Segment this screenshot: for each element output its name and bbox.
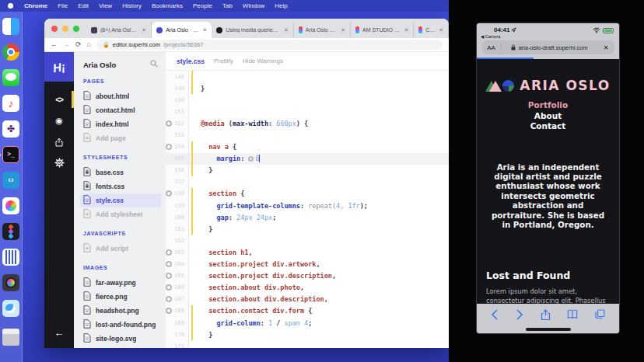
site-brand[interactable]: ARIA OSLO bbox=[520, 78, 611, 93]
close-window-button[interactable] bbox=[51, 26, 58, 32]
warning-icon[interactable] bbox=[166, 296, 172, 302]
code-line[interactable]: 155 margin: 0 bbox=[166, 153, 449, 165]
dock-icon-figma[interactable] bbox=[2, 223, 19, 240]
share-icon[interactable] bbox=[541, 309, 551, 321]
reader-aa-button[interactable]: AA bbox=[481, 44, 502, 51]
code-line[interactable]: 157 bbox=[166, 176, 449, 188]
code-line[interactable]: 162 bbox=[166, 235, 449, 246]
code-line[interactable]: 171 bbox=[166, 340, 449, 348]
file-item-fierce-png[interactable]: fierce.png bbox=[80, 290, 161, 304]
back-to-app-label[interactable]: ◀ Camera bbox=[481, 34, 500, 39]
menu-tab[interactable]: Tab bbox=[222, 2, 233, 9]
forward-icon[interactable] bbox=[516, 309, 523, 320]
file-item-about-html[interactable]: about.html bbox=[80, 89, 161, 103]
dock-icon-reel[interactable] bbox=[2, 274, 19, 291]
code-line[interactable]: 167 section.about div.description, bbox=[166, 294, 449, 305]
safari-address-bar[interactable]: AA aria-oslo-draft.superhi.com ✕ bbox=[481, 40, 614, 54]
code-view-icon[interactable]: <> bbox=[44, 89, 74, 110]
code-line[interactable]: 160 gap: 24px 24px; bbox=[166, 211, 449, 223]
file-item-contact-html[interactable]: contact.html bbox=[80, 103, 161, 117]
tabs-icon[interactable] bbox=[595, 309, 605, 319]
menu-view[interactable]: View bbox=[99, 2, 112, 9]
dock-icon-terminal[interactable] bbox=[2, 146, 19, 163]
menu-edit[interactable]: Edit bbox=[78, 2, 89, 9]
warning-icon[interactable] bbox=[166, 120, 172, 127]
back-icon[interactable]: ← bbox=[51, 41, 58, 48]
tab-close-icon[interactable]: ✕ bbox=[341, 27, 345, 33]
menu-help[interactable]: Help bbox=[275, 2, 287, 9]
warning-icon[interactable] bbox=[166, 261, 172, 267]
back-icon[interactable] bbox=[491, 309, 499, 320]
share-upload-icon[interactable] bbox=[44, 131, 74, 152]
warning-icon[interactable] bbox=[166, 273, 172, 279]
warning-icon[interactable] bbox=[166, 308, 172, 314]
code-line[interactable]: 148 bbox=[166, 71, 449, 82]
hide-warnings-button[interactable]: Hide Warnings bbox=[243, 57, 283, 64]
superhi-logo[interactable]: H¡ bbox=[44, 52, 74, 82]
file-item-site-logo-svg[interactable]: site-logo.svg bbox=[80, 332, 161, 346]
dock-icon-finder[interactable] bbox=[2, 18, 19, 35]
preview-eye-icon[interactable]: ◉ bbox=[44, 110, 74, 131]
home-indicator[interactable] bbox=[526, 328, 571, 331]
forward-icon[interactable]: → bbox=[63, 41, 70, 48]
file-item-add-page[interactable]: Add page bbox=[80, 131, 161, 145]
file-item-far-away-png[interactable]: far-away.png bbox=[80, 276, 161, 290]
tab-close-icon[interactable]: ✕ bbox=[284, 27, 289, 33]
dock-icon-music[interactable] bbox=[2, 95, 19, 112]
code-line[interactable]: 150 bbox=[166, 94, 449, 106]
code-line[interactable]: 165 section.project div.description, bbox=[166, 270, 449, 282]
code-line[interactable]: 151 bbox=[166, 106, 449, 117]
warning-icon[interactable] bbox=[166, 190, 172, 197]
code-line[interactable]: 152 @media (max-width: 660px) { bbox=[166, 117, 449, 129]
tab-close-icon[interactable]: ✕ bbox=[404, 27, 408, 33]
dock-icon-bird[interactable] bbox=[2, 300, 19, 317]
code-line[interactable]: 154 nav a { bbox=[166, 141, 449, 153]
reload-icon[interactable]: ⟳ bbox=[75, 41, 82, 48]
home-icon[interactable]: ⌂ bbox=[87, 41, 91, 48]
site-nav-link-about[interactable]: About bbox=[477, 111, 619, 122]
open-file-tab[interactable]: style.css bbox=[177, 57, 205, 65]
tab-close-icon[interactable]: ✕ bbox=[439, 27, 443, 33]
dock-icon-slack[interactable] bbox=[2, 120, 19, 137]
menu-file[interactable]: File bbox=[58, 2, 68, 9]
close-page-button[interactable]: ✕ bbox=[597, 44, 614, 51]
file-item-base-css[interactable]: base.css bbox=[80, 165, 161, 179]
tab-close-icon[interactable]: ✕ bbox=[202, 27, 207, 33]
bookmarks-icon[interactable] bbox=[567, 309, 578, 319]
zoom-window-button[interactable] bbox=[73, 26, 79, 32]
file-item-add-stylesheet[interactable]: Add stylesheet bbox=[80, 207, 161, 221]
dock-icon-photos[interactable] bbox=[2, 197, 19, 214]
code-line[interactable]: 159 grid-template-columns: repeat(4, 1fr… bbox=[166, 200, 449, 211]
file-item-fonts-css[interactable]: fonts.css bbox=[80, 179, 161, 193]
file-item-index-html[interactable]: index.html bbox=[80, 117, 161, 131]
warning-icon[interactable] bbox=[166, 284, 172, 291]
browser-tab[interactable]: Aria Oslo – Figma ✕ bbox=[294, 22, 351, 38]
browser-tab[interactable]: Using media queries - CSS: C ✕ bbox=[212, 22, 294, 38]
code-line[interactable]: 166 section.about div.photo, bbox=[166, 282, 449, 294]
search-icon[interactable] bbox=[150, 60, 158, 69]
dock-icon-messages[interactable] bbox=[2, 69, 19, 86]
menu-people[interactable]: People bbox=[193, 2, 212, 9]
menu-window[interactable]: Window bbox=[243, 2, 264, 9]
code-line[interactable]: 169 grid-column: 1 / span 4; bbox=[166, 317, 449, 329]
code-line[interactable]: 161 } bbox=[166, 223, 449, 235]
code-line[interactable]: 153 bbox=[166, 129, 449, 141]
warning-icon[interactable] bbox=[166, 249, 172, 256]
menu-chrome[interactable]: Chrome bbox=[24, 2, 47, 9]
browser-tab[interactable]: (8+) Aria Oslo Project ✕ bbox=[86, 22, 152, 38]
browser-tab[interactable]: AM STUDIO – Figma ✕ bbox=[351, 22, 414, 38]
site-nav-link-portfolio[interactable]: Portfolio bbox=[477, 100, 619, 111]
site-nav-link-contact[interactable]: Contact bbox=[477, 121, 619, 132]
settings-gear-icon[interactable] bbox=[44, 152, 74, 173]
code-line[interactable]: 168 section.contact div.form { bbox=[166, 305, 449, 317]
warning-icon[interactable] bbox=[166, 144, 172, 150]
file-item-add-script[interactable]: Add script bbox=[80, 242, 161, 256]
dock-icon-vscode[interactable] bbox=[2, 172, 19, 189]
minimize-window-button[interactable] bbox=[62, 26, 68, 32]
address-bar[interactable]: 🔒 editor.superhi.com/projects/56367 bbox=[96, 40, 443, 50]
tab-close-icon[interactable]: ✕ bbox=[142, 27, 146, 33]
code-line[interactable]: 156 } bbox=[166, 165, 449, 176]
browser-tab[interactable]: Comm ✕ bbox=[414, 22, 449, 38]
browser-tab[interactable]: Aria Oslo · Superhi ✕ bbox=[152, 22, 212, 38]
code-line[interactable]: 149 } bbox=[166, 82, 449, 94]
